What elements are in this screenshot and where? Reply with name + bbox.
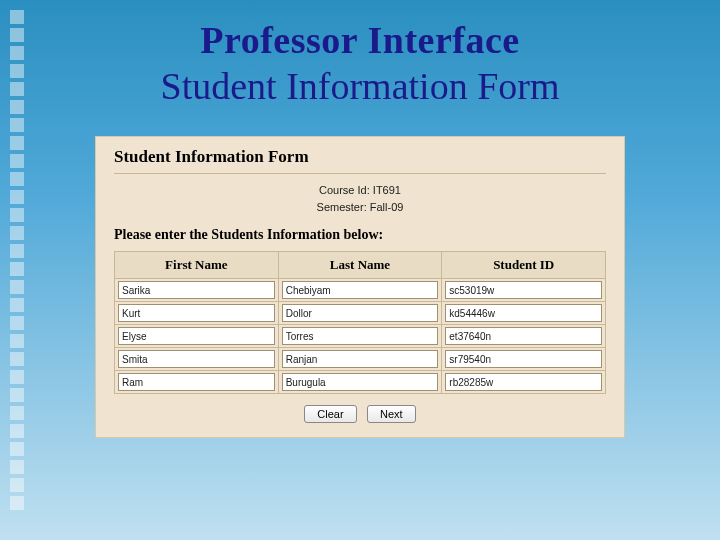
student-info-form-panel: Student Information Form Course Id: IT69…: [95, 136, 625, 438]
decorative-dot-strip: [10, 10, 28, 530]
last-name-input[interactable]: [282, 304, 439, 322]
button-row: Clear Next: [114, 404, 606, 423]
first-name-input[interactable]: [118, 304, 275, 322]
table-row: [115, 302, 605, 324]
first-name-input[interactable]: [118, 373, 275, 391]
col-last-name: Last Name: [279, 252, 442, 278]
col-first-name: First Name: [115, 252, 278, 278]
student-id-input[interactable]: [445, 281, 602, 299]
next-button[interactable]: Next: [367, 405, 416, 423]
first-name-input[interactable]: [118, 281, 275, 299]
semester-label: Semester:: [317, 201, 367, 213]
table-row: [115, 325, 605, 347]
student-table: First Name Last Name Student ID: [114, 251, 606, 394]
form-instruction: Please enter the Students Information be…: [114, 227, 606, 243]
slide-title-line2: Student Information Form: [0, 64, 720, 108]
table-header-row: First Name Last Name Student ID: [115, 252, 605, 278]
table-row: [115, 371, 605, 393]
last-name-input[interactable]: [282, 327, 439, 345]
student-id-input[interactable]: [445, 304, 602, 322]
clear-button[interactable]: Clear: [304, 405, 356, 423]
student-id-input[interactable]: [445, 373, 602, 391]
semester-value: Fall-09: [370, 201, 404, 213]
table-row: [115, 348, 605, 370]
col-student-id: Student ID: [442, 252, 605, 278]
course-id-label: Course Id:: [319, 184, 370, 196]
slide-title-line1: Professor Interface: [0, 18, 720, 62]
student-id-input[interactable]: [445, 327, 602, 345]
last-name-input[interactable]: [282, 373, 439, 391]
course-meta: Course Id: IT691 Semester: Fall-09: [114, 182, 606, 215]
last-name-input[interactable]: [282, 281, 439, 299]
first-name-input[interactable]: [118, 350, 275, 368]
slide-title-block: Professor Interface Student Information …: [0, 18, 720, 108]
first-name-input[interactable]: [118, 327, 275, 345]
last-name-input[interactable]: [282, 350, 439, 368]
table-row: [115, 279, 605, 301]
student-id-input[interactable]: [445, 350, 602, 368]
panel-title: Student Information Form: [114, 137, 606, 174]
course-id-value: IT691: [373, 184, 401, 196]
